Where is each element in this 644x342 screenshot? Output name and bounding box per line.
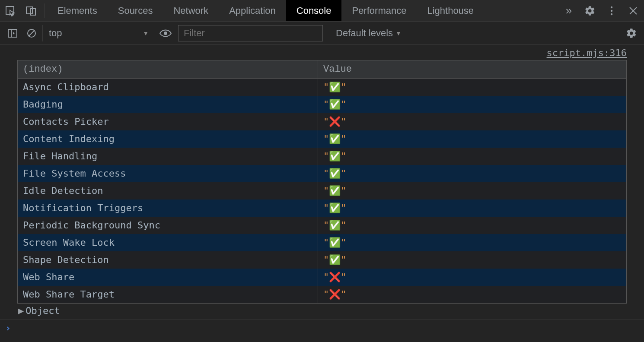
console-filter-input[interactable]	[178, 25, 323, 41]
chevron-down-icon: ▼	[395, 30, 402, 37]
svg-point-3	[611, 6, 612, 8]
prompt-chevron-icon: ›	[5, 323, 11, 333]
cell-index: Contacts Picker	[18, 113, 318, 130]
object-label: Object	[26, 305, 60, 316]
cell-index: File Handling	[18, 148, 318, 165]
table-row[interactable]: Idle Detection"✅"	[18, 182, 626, 200]
cell-index: Web Share Target	[18, 286, 318, 303]
expandable-object-row[interactable]: ▶ Object	[17, 304, 627, 320]
tab-console[interactable]: Console	[286, 0, 342, 21]
cell-value: "✅"	[318, 79, 626, 96]
source-link[interactable]: script.mjs:316	[547, 48, 627, 58]
console-output: script.mjs:316 (index) Value Async Clipb…	[0, 45, 644, 320]
tab-performance[interactable]: Performance	[341, 0, 417, 21]
table-row[interactable]: Contacts Picker"❌"	[18, 113, 626, 130]
svg-point-5	[611, 13, 612, 15]
table-row[interactable]: Content Indexing"✅"	[18, 130, 626, 148]
table-row[interactable]: Periodic Background Sync"✅"	[18, 217, 626, 234]
cell-value: "✅"	[318, 96, 626, 113]
tab-sources[interactable]: Sources	[108, 0, 163, 21]
table-row[interactable]: Shape Detection"✅"	[18, 251, 626, 269]
cell-value: "✅"	[318, 217, 626, 234]
svg-point-10	[164, 32, 167, 35]
cell-index: File System Access	[18, 165, 318, 182]
cell-index: Periodic Background Sync	[18, 217, 318, 234]
disclosure-triangle-icon: ▶	[18, 305, 24, 316]
cell-value: "✅"	[318, 200, 626, 217]
cell-index: Badging	[18, 96, 318, 113]
more-menu-icon[interactable]	[601, 5, 622, 16]
svg-line-9	[29, 30, 35, 36]
cell-value: "❌"	[318, 269, 626, 286]
console-settings-gear-icon[interactable]	[623, 25, 640, 41]
cell-value: "✅"	[318, 234, 626, 251]
cell-value: "✅"	[318, 182, 626, 200]
device-toolbar-icon[interactable]	[21, 0, 41, 21]
tab-application[interactable]: Application	[219, 0, 286, 21]
cell-index: Notification Triggers	[18, 200, 318, 217]
table-row[interactable]: Screen Wake Lock"✅"	[18, 234, 626, 251]
table-header-index[interactable]: (index)	[18, 60, 318, 78]
table-row[interactable]: Web Share"❌"	[18, 269, 626, 286]
table-row[interactable]: File System Access"✅"	[18, 165, 626, 182]
cell-index: Screen Wake Lock	[18, 234, 318, 251]
console-table: (index) Value Async Clipboard"✅"Badging"…	[17, 60, 627, 304]
svg-rect-1	[26, 7, 32, 14]
table-row[interactable]: Badging"✅"	[18, 96, 626, 113]
cell-index: Content Indexing	[18, 130, 318, 148]
table-row[interactable]: File Handling"✅"	[18, 148, 626, 165]
devtools-tabbar: ElementsSourcesNetworkApplicationConsole…	[0, 0, 644, 22]
tab-elements[interactable]: Elements	[47, 0, 108, 21]
chevron-down-icon: ▼	[143, 30, 149, 37]
tab-network[interactable]: Network	[163, 0, 219, 21]
cell-value: "✅"	[318, 148, 626, 165]
clear-console-icon[interactable]	[23, 25, 40, 41]
log-levels-select[interactable]: Default levels ▼	[330, 25, 408, 41]
cell-value: "✅"	[318, 165, 626, 182]
console-prompt[interactable]: ›	[0, 320, 644, 336]
close-devtools-icon[interactable]	[622, 6, 644, 16]
settings-gear-icon[interactable]	[579, 5, 601, 16]
log-levels-label: Default levels	[336, 28, 393, 39]
cell-index: Web Share	[18, 269, 318, 286]
cell-value: "✅"	[318, 251, 626, 269]
cell-index: Shape Detection	[18, 251, 318, 269]
execution-context-label: top	[49, 28, 62, 39]
cell-value: "✅"	[318, 130, 626, 148]
table-row[interactable]: Async Clipboard"✅"	[18, 79, 626, 96]
table-header-value[interactable]: Value	[318, 60, 626, 78]
cell-index: Idle Detection	[18, 182, 318, 200]
table-row[interactable]: Web Share Target"❌"	[18, 286, 626, 303]
cell-index: Async Clipboard	[18, 79, 318, 96]
tab-lighthouse[interactable]: Lighthouse	[417, 0, 484, 21]
table-row[interactable]: Notification Triggers"✅"	[18, 200, 626, 217]
live-expression-eye-icon[interactable]	[157, 25, 174, 41]
console-sidebar-toggle-icon[interactable]	[4, 25, 21, 41]
inspect-element-icon[interactable]	[0, 0, 21, 21]
tabs-overflow-button[interactable]: »	[558, 0, 579, 21]
cell-value: "❌"	[318, 286, 626, 303]
execution-context-select[interactable]: top ▼	[42, 25, 155, 41]
svg-rect-6	[8, 29, 17, 37]
cell-value: "❌"	[318, 113, 626, 130]
svg-point-4	[611, 10, 612, 11]
console-toolbar: top ▼ Default levels ▼	[0, 22, 644, 45]
